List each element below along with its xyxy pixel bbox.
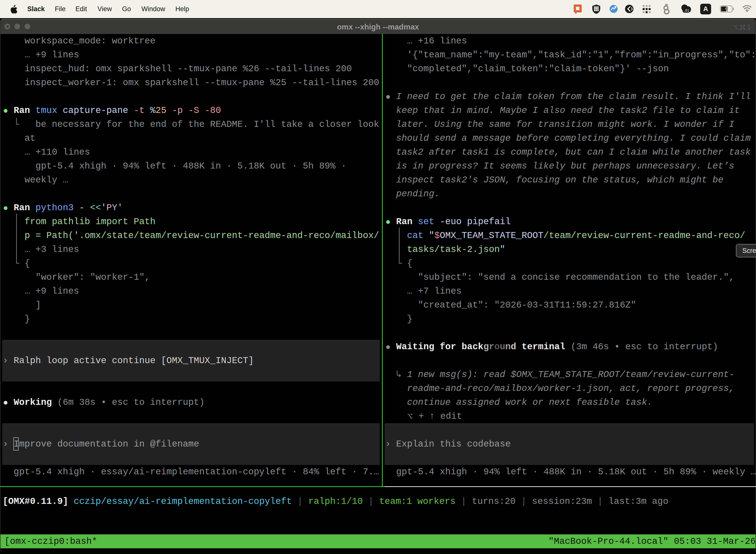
svg-text:..61: ..61 xyxy=(683,8,689,12)
